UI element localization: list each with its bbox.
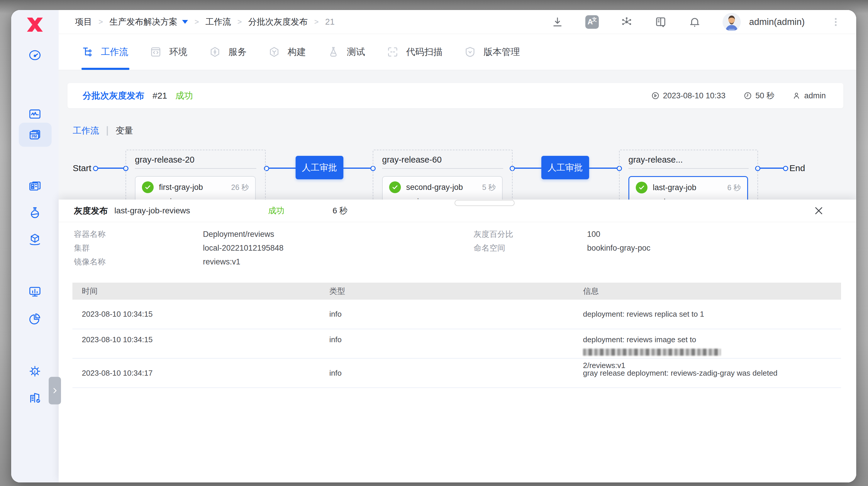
redacted-registry-text (583, 349, 721, 356)
download-icon[interactable] (551, 16, 564, 28)
top-bar: 项目 > 生产发布解决方案 > 工作流 > 分批次灰度发布 > 21 A文 (59, 10, 856, 34)
horizontal-scrollbar-thumb[interactable] (455, 200, 515, 206)
svg-text:z: z (33, 369, 35, 374)
event-log-table: 时间 类型 信息 2023-08-10 10:34:15 info deploy… (72, 283, 841, 388)
sidebar-item-data-board[interactable] (28, 285, 42, 299)
detail-value: local-20221012195848 (203, 241, 284, 254)
approval-node-2[interactable]: 人工审批 (541, 156, 589, 179)
gauge-icon (28, 49, 42, 62)
success-check-icon (636, 182, 648, 193)
notifications-icon[interactable] (688, 16, 701, 28)
close-icon[interactable] (813, 205, 824, 216)
graph-end-label: End (789, 163, 805, 173)
chevron-right-icon (51, 387, 59, 395)
success-check-icon (142, 181, 154, 193)
job-name: first-gray-job (159, 183, 226, 192)
column-header-time: 时间 (72, 286, 329, 296)
chevron-down-icon[interactable] (182, 20, 188, 24)
sidebar-item-statistics[interactable] (28, 312, 42, 325)
tab-workflow[interactable]: 工作流 (82, 34, 128, 70)
tab-label: 代码扫描 (406, 46, 442, 58)
pie-chart-icon (28, 312, 42, 325)
approval-node-1[interactable]: 人工审批 (296, 156, 343, 179)
graph-connector (343, 168, 373, 169)
column-header-type: 类型 (329, 286, 583, 296)
detail-label: 镜像名称 (74, 255, 105, 268)
stage-divider (135, 168, 256, 169)
workflow-tree-icon (82, 46, 93, 58)
tab-environment[interactable]: 环境 (150, 34, 187, 70)
tab-label: 工作流 (101, 46, 128, 58)
breadcrumb-workflow-name[interactable]: 分批次灰度发布 (248, 16, 308, 28)
main-area: 项目 > 生产发布解决方案 > 工作流 > 分批次灰度发布 > 21 A文 (59, 10, 856, 483)
sidebar-item-artifact[interactable] (28, 233, 42, 246)
translate-icon[interactable]: A文 (585, 15, 599, 29)
detail-row: 容器名称 Deployment/reviews 灰度百分比 100 (59, 228, 856, 241)
job-name: second-gray-job (406, 183, 477, 192)
tab-label: 环境 (169, 46, 187, 58)
tab-build[interactable]: 构建 (268, 34, 306, 70)
breadcrumb-projects[interactable]: 项目 (75, 16, 92, 28)
tab-code-scan[interactable]: 代码扫描 (387, 34, 442, 70)
avatar[interactable] (722, 13, 741, 31)
stage-divider (628, 168, 749, 169)
detail-value: reviews:v1 (203, 255, 241, 268)
breadcrumb-separator: > (237, 17, 242, 26)
graph-connector (757, 168, 785, 169)
sidebar-item-test[interactable] (28, 206, 42, 220)
tab-label: 服务 (228, 46, 247, 58)
tab-label: 构建 (288, 46, 306, 58)
graph-node-port (783, 166, 788, 171)
graph-start-label: Start (73, 163, 91, 173)
tab-service[interactable]: 服务 (209, 34, 247, 70)
tab-label: 版本管理 (484, 46, 520, 58)
sidebar-item-enterprise[interactable] (28, 391, 42, 404)
stage-divider (382, 168, 503, 169)
breadcrumb-separator: > (194, 17, 199, 26)
sidebar: PM (11, 10, 59, 483)
stage-title: gray-release... (628, 155, 749, 165)
job-detail-panel: 灰度发布 last-gray-job-reviews 成功 6 秒 容器名称 D… (59, 200, 856, 483)
breadcrumb-separator: > (314, 17, 319, 26)
sidebar-item-delivery[interactable] (28, 180, 42, 193)
tab-version[interactable]: 版本管理 (464, 34, 520, 70)
detail-value: bookinfo-gray-poc (587, 241, 650, 254)
table-header-row: 时间 类型 信息 (72, 283, 841, 299)
app-window: PM (11, 10, 856, 483)
breadcrumb-separator: > (98, 17, 103, 26)
cell-type: info (329, 369, 583, 378)
detail-label: 容器名称 (74, 228, 105, 241)
project-tabs: 工作流 环境 服务 构建 测试 代码扫描 (59, 34, 856, 70)
breadcrumb-run-id: 21 (325, 17, 335, 27)
breadcrumb-project-name[interactable]: 生产发布解决方案 (110, 16, 178, 28)
integrations-icon[interactable] (620, 16, 633, 28)
build-hexagon-icon (268, 46, 280, 58)
sidebar-item-projects[interactable]: PM (28, 128, 42, 141)
detail-label: 灰度百分比 (473, 228, 513, 241)
env-terminal-icon (150, 46, 162, 58)
username[interactable]: admin(admin) (749, 17, 805, 27)
building-check-icon (28, 391, 42, 404)
frames-icon (28, 180, 42, 193)
tab-label: 测试 (347, 46, 365, 58)
detail-value: 100 (587, 228, 600, 241)
service-hexagon-icon (209, 46, 221, 58)
sidebar-item-insight[interactable] (28, 107, 42, 121)
breadcrumb-workflows[interactable]: 工作流 (205, 16, 231, 28)
table-row: 2023-08-10 10:34:15 info deployment: rev… (72, 329, 841, 359)
kebab-menu-icon[interactable] (831, 17, 841, 27)
sidebar-item-dashboard[interactable] (28, 49, 42, 62)
docs-icon[interactable] (654, 16, 667, 28)
zadig-logo-icon[interactable] (25, 17, 44, 32)
sidebar-item-settings[interactable]: z (28, 365, 42, 378)
tab-test[interactable]: 测试 (328, 34, 365, 70)
panel-duration: 6 秒 (333, 200, 347, 222)
graph-connector (266, 168, 296, 169)
table-row: 2023-08-10 10:34:15 info deployment: rev… (72, 299, 841, 329)
job-duration: 26 秒 (231, 182, 249, 192)
cell-type: info (329, 310, 583, 319)
stage-title: gray-release-20 (135, 155, 256, 165)
cell-message: deployment: reviews image set to 2/revie… (583, 329, 841, 372)
graph-connector (589, 168, 619, 169)
sidebar-expand-handle[interactable] (49, 377, 61, 404)
